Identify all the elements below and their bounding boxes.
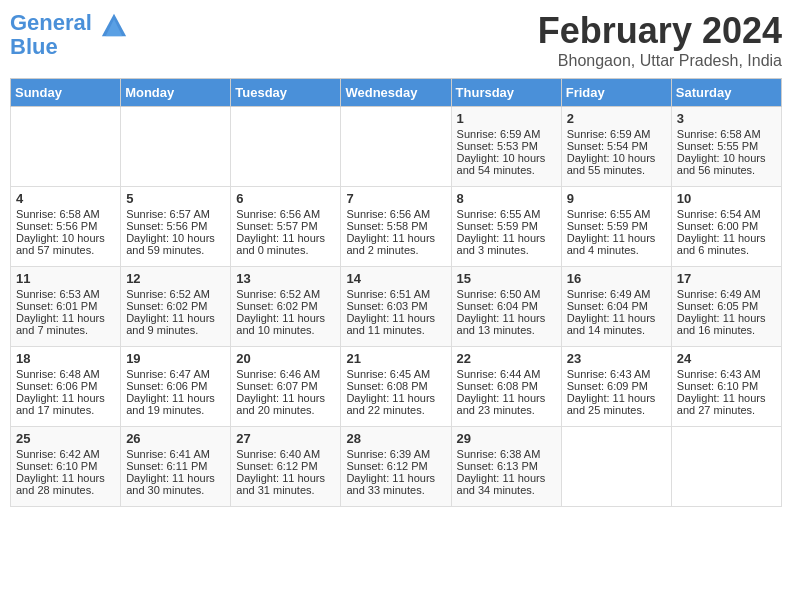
sunset-text: Sunset: 6:01 PM bbox=[16, 300, 97, 312]
week-row-2: 4 Sunrise: 6:58 AM Sunset: 5:56 PM Dayli… bbox=[11, 187, 782, 267]
week-row-3: 11 Sunrise: 6:53 AM Sunset: 6:01 PM Dayl… bbox=[11, 267, 782, 347]
calendar-cell: 25 Sunrise: 6:42 AM Sunset: 6:10 PM Dayl… bbox=[11, 427, 121, 507]
day-number: 5 bbox=[126, 191, 225, 206]
daylight-text: Daylight: 11 hours and 27 minutes. bbox=[677, 392, 766, 416]
sunset-text: Sunset: 6:07 PM bbox=[236, 380, 317, 392]
days-header-row: SundayMondayTuesdayWednesdayThursdayFrid… bbox=[11, 79, 782, 107]
sunrise-text: Sunrise: 6:58 AM bbox=[677, 128, 761, 140]
sunrise-text: Sunrise: 6:54 AM bbox=[677, 208, 761, 220]
calendar-cell: 12 Sunrise: 6:52 AM Sunset: 6:02 PM Dayl… bbox=[121, 267, 231, 347]
day-number: 17 bbox=[677, 271, 776, 286]
day-number: 9 bbox=[567, 191, 666, 206]
day-number: 23 bbox=[567, 351, 666, 366]
sunrise-text: Sunrise: 6:40 AM bbox=[236, 448, 320, 460]
daylight-text: Daylight: 11 hours and 31 minutes. bbox=[236, 472, 325, 496]
daylight-text: Daylight: 11 hours and 9 minutes. bbox=[126, 312, 215, 336]
calendar-cell bbox=[561, 427, 671, 507]
day-number: 10 bbox=[677, 191, 776, 206]
day-header-friday: Friday bbox=[561, 79, 671, 107]
sunrise-text: Sunrise: 6:55 AM bbox=[457, 208, 541, 220]
week-row-4: 18 Sunrise: 6:48 AM Sunset: 6:06 PM Dayl… bbox=[11, 347, 782, 427]
sunset-text: Sunset: 6:10 PM bbox=[16, 460, 97, 472]
sunset-text: Sunset: 5:55 PM bbox=[677, 140, 758, 152]
sunrise-text: Sunrise: 6:51 AM bbox=[346, 288, 430, 300]
sunset-text: Sunset: 6:04 PM bbox=[567, 300, 648, 312]
sunset-text: Sunset: 6:02 PM bbox=[126, 300, 207, 312]
daylight-text: Daylight: 11 hours and 10 minutes. bbox=[236, 312, 325, 336]
day-number: 14 bbox=[346, 271, 445, 286]
daylight-text: Daylight: 10 hours and 59 minutes. bbox=[126, 232, 215, 256]
sunrise-text: Sunrise: 6:58 AM bbox=[16, 208, 100, 220]
calendar-cell: 4 Sunrise: 6:58 AM Sunset: 5:56 PM Dayli… bbox=[11, 187, 121, 267]
calendar-cell: 24 Sunrise: 6:43 AM Sunset: 6:10 PM Dayl… bbox=[671, 347, 781, 427]
calendar-cell: 16 Sunrise: 6:49 AM Sunset: 6:04 PM Dayl… bbox=[561, 267, 671, 347]
calendar-cell: 14 Sunrise: 6:51 AM Sunset: 6:03 PM Dayl… bbox=[341, 267, 451, 347]
calendar-cell bbox=[231, 107, 341, 187]
calendar-cell: 13 Sunrise: 6:52 AM Sunset: 6:02 PM Dayl… bbox=[231, 267, 341, 347]
daylight-text: Daylight: 10 hours and 56 minutes. bbox=[677, 152, 766, 176]
day-number: 4 bbox=[16, 191, 115, 206]
calendar-cell: 9 Sunrise: 6:55 AM Sunset: 5:59 PM Dayli… bbox=[561, 187, 671, 267]
sunset-text: Sunset: 5:53 PM bbox=[457, 140, 538, 152]
sunset-text: Sunset: 5:58 PM bbox=[346, 220, 427, 232]
sunset-text: Sunset: 6:08 PM bbox=[457, 380, 538, 392]
sunset-text: Sunset: 6:12 PM bbox=[346, 460, 427, 472]
calendar-cell: 11 Sunrise: 6:53 AM Sunset: 6:01 PM Dayl… bbox=[11, 267, 121, 347]
calendar-cell: 26 Sunrise: 6:41 AM Sunset: 6:11 PM Dayl… bbox=[121, 427, 231, 507]
day-number: 26 bbox=[126, 431, 225, 446]
daylight-text: Daylight: 11 hours and 16 minutes. bbox=[677, 312, 766, 336]
day-number: 11 bbox=[16, 271, 115, 286]
sunset-text: Sunset: 6:13 PM bbox=[457, 460, 538, 472]
calendar-cell bbox=[121, 107, 231, 187]
daylight-text: Daylight: 11 hours and 4 minutes. bbox=[567, 232, 656, 256]
sunset-text: Sunset: 6:06 PM bbox=[126, 380, 207, 392]
sunset-text: Sunset: 5:56 PM bbox=[126, 220, 207, 232]
calendar-cell: 1 Sunrise: 6:59 AM Sunset: 5:53 PM Dayli… bbox=[451, 107, 561, 187]
day-number: 19 bbox=[126, 351, 225, 366]
sunset-text: Sunset: 5:59 PM bbox=[457, 220, 538, 232]
day-number: 24 bbox=[677, 351, 776, 366]
sunrise-text: Sunrise: 6:39 AM bbox=[346, 448, 430, 460]
day-number: 6 bbox=[236, 191, 335, 206]
calendar-cell: 15 Sunrise: 6:50 AM Sunset: 6:04 PM Dayl… bbox=[451, 267, 561, 347]
sunrise-text: Sunrise: 6:47 AM bbox=[126, 368, 210, 380]
daylight-text: Daylight: 10 hours and 57 minutes. bbox=[16, 232, 105, 256]
day-number: 13 bbox=[236, 271, 335, 286]
calendar-cell: 29 Sunrise: 6:38 AM Sunset: 6:13 PM Dayl… bbox=[451, 427, 561, 507]
day-header-saturday: Saturday bbox=[671, 79, 781, 107]
sunset-text: Sunset: 6:12 PM bbox=[236, 460, 317, 472]
calendar-cell: 3 Sunrise: 6:58 AM Sunset: 5:55 PM Dayli… bbox=[671, 107, 781, 187]
day-number: 16 bbox=[567, 271, 666, 286]
sunrise-text: Sunrise: 6:38 AM bbox=[457, 448, 541, 460]
day-number: 27 bbox=[236, 431, 335, 446]
sunrise-text: Sunrise: 6:56 AM bbox=[346, 208, 430, 220]
calendar-cell: 8 Sunrise: 6:55 AM Sunset: 5:59 PM Dayli… bbox=[451, 187, 561, 267]
day-header-sunday: Sunday bbox=[11, 79, 121, 107]
daylight-text: Daylight: 11 hours and 34 minutes. bbox=[457, 472, 546, 496]
sunrise-text: Sunrise: 6:57 AM bbox=[126, 208, 210, 220]
daylight-text: Daylight: 11 hours and 11 minutes. bbox=[346, 312, 435, 336]
day-header-wednesday: Wednesday bbox=[341, 79, 451, 107]
sunrise-text: Sunrise: 6:50 AM bbox=[457, 288, 541, 300]
sunset-text: Sunset: 5:56 PM bbox=[16, 220, 97, 232]
daylight-text: Daylight: 11 hours and 17 minutes. bbox=[16, 392, 105, 416]
day-number: 20 bbox=[236, 351, 335, 366]
sunrise-text: Sunrise: 6:41 AM bbox=[126, 448, 210, 460]
sunset-text: Sunset: 6:05 PM bbox=[677, 300, 758, 312]
day-number: 1 bbox=[457, 111, 556, 126]
sunrise-text: Sunrise: 6:59 AM bbox=[567, 128, 651, 140]
calendar-table: SundayMondayTuesdayWednesdayThursdayFrid… bbox=[10, 78, 782, 507]
logo-icon bbox=[100, 10, 128, 38]
sunrise-text: Sunrise: 6:52 AM bbox=[236, 288, 320, 300]
day-number: 29 bbox=[457, 431, 556, 446]
calendar-cell: 7 Sunrise: 6:56 AM Sunset: 5:58 PM Dayli… bbox=[341, 187, 451, 267]
week-row-5: 25 Sunrise: 6:42 AM Sunset: 6:10 PM Dayl… bbox=[11, 427, 782, 507]
calendar-cell: 17 Sunrise: 6:49 AM Sunset: 6:05 PM Dayl… bbox=[671, 267, 781, 347]
sunrise-text: Sunrise: 6:52 AM bbox=[126, 288, 210, 300]
daylight-text: Daylight: 11 hours and 19 minutes. bbox=[126, 392, 215, 416]
sunrise-text: Sunrise: 6:45 AM bbox=[346, 368, 430, 380]
sunrise-text: Sunrise: 6:55 AM bbox=[567, 208, 651, 220]
daylight-text: Daylight: 11 hours and 2 minutes. bbox=[346, 232, 435, 256]
day-number: 3 bbox=[677, 111, 776, 126]
sunset-text: Sunset: 6:04 PM bbox=[457, 300, 538, 312]
